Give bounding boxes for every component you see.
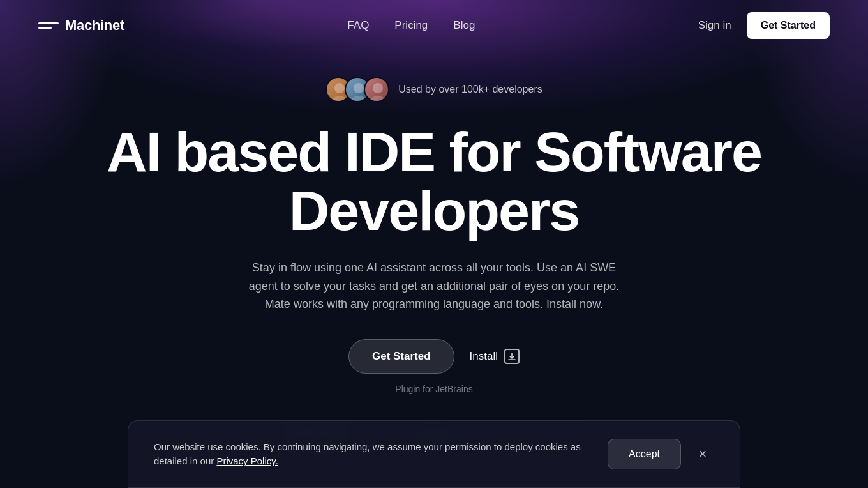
accept-cookies-button[interactable]: Accept <box>608 439 681 469</box>
install-button[interactable]: Install <box>470 349 520 364</box>
hero-title: AI based IDE for Software Developers <box>107 123 761 241</box>
svg-point-3 <box>350 96 367 102</box>
get-started-button-hero[interactable]: Get Started <box>348 339 454 374</box>
svg-point-0 <box>334 83 345 93</box>
hero-title-line2: Developers <box>289 179 579 242</box>
nav-right: Sign in Get Started <box>698 12 830 39</box>
logo-text: Machinet <box>65 17 124 34</box>
download-icon <box>504 349 520 364</box>
logo-bar-2 <box>38 27 52 29</box>
nav-links: FAQ Pricing Blog <box>347 19 475 32</box>
get-started-button-nav[interactable]: Get Started <box>747 12 830 39</box>
hero-subtitle: Stay in flow using one AI assistant acro… <box>243 259 625 314</box>
hero-title-line1: AI based IDE for Software <box>107 120 761 183</box>
sign-in-link[interactable]: Sign in <box>698 19 731 32</box>
logo-container[interactable]: Machinet <box>38 17 124 34</box>
hero-actions: Get Started Install <box>348 339 520 374</box>
cookie-message: Our website use cookies. By continuing n… <box>154 440 588 469</box>
social-proof: Used by over 100k+ developers <box>326 77 542 102</box>
nav-link-pricing[interactable]: Pricing <box>394 19 428 32</box>
avatar-group <box>326 77 389 102</box>
cookie-actions: Accept × <box>608 439 714 469</box>
cookie-banner: Our website use cookies. By continuing n… <box>128 420 740 488</box>
nav-link-faq[interactable]: FAQ <box>347 19 369 32</box>
close-icon: × <box>699 446 707 462</box>
plugin-label: Plugin for JetBrains <box>395 384 472 394</box>
avatar-3 <box>364 77 389 102</box>
svg-point-5 <box>370 96 386 102</box>
logo-icon <box>38 22 59 29</box>
navbar: Machinet FAQ Pricing Blog Sign in Get St… <box>0 0 868 51</box>
logo-bar-1 <box>38 22 59 24</box>
privacy-policy-link[interactable]: Privacy Policy. <box>216 455 278 466</box>
svg-point-4 <box>373 83 383 93</box>
social-proof-text: Used by over 100k+ developers <box>398 84 542 95</box>
close-cookie-banner-button[interactable]: × <box>691 443 714 466</box>
nav-link-blog[interactable]: Blog <box>453 19 475 32</box>
svg-point-2 <box>354 83 364 93</box>
svg-point-1 <box>331 96 348 102</box>
install-label: Install <box>470 350 498 363</box>
